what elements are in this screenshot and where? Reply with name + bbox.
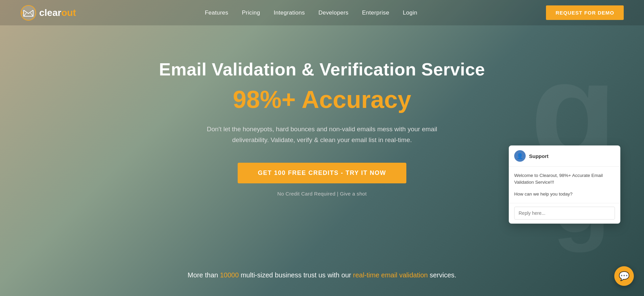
nav-item-login[interactable]: Login: [403, 9, 417, 16]
logo[interactable]: clearout: [20, 5, 76, 21]
logo-part2: out: [61, 7, 76, 18]
nav-item-pricing[interactable]: Pricing: [242, 9, 260, 16]
logo-part1: clear: [39, 7, 61, 18]
trust-prefix: More than: [188, 271, 220, 279]
avatar-icon: 👤: [517, 153, 523, 159]
nav-item-developers[interactable]: Developers: [318, 9, 349, 16]
trust-count: 10000: [220, 271, 239, 279]
trust-suffix: services.: [428, 271, 456, 279]
chat-bubble-button[interactable]: 💬: [614, 266, 634, 286]
chat-message-2: How can we help you today?: [514, 191, 615, 198]
hero-accuracy: 98%+ Accuracy: [233, 86, 411, 113]
cta-button[interactable]: GET 100 FREE CREDITS - TRY IT NOW: [238, 163, 407, 183]
chat-header: 👤 Support: [509, 145, 620, 167]
request-demo-button[interactable]: REQUEST FOR DEMO: [546, 5, 624, 20]
nav-item-features[interactable]: Features: [205, 9, 229, 16]
hero-title: Email Validation & Verification Service: [159, 59, 485, 79]
hero-description: Don't let the honeypots, hard bounces an…: [190, 124, 454, 145]
nav-link-enterprise[interactable]: Enterprise: [362, 9, 389, 16]
chat-popup: 👤 Support Welcome to Clearout, 98%+ Accu…: [509, 145, 620, 224]
trust-highlight: real-time email validation: [353, 271, 428, 279]
chat-reply-input[interactable]: [514, 207, 615, 220]
logo-text: clearout: [39, 7, 76, 18]
nav-link-features[interactable]: Features: [205, 9, 229, 16]
no-credit-text: No Credit Card Required | Give a shot: [277, 191, 366, 197]
nav-link-integrations[interactable]: Integrations: [273, 9, 305, 16]
nav-link-pricing[interactable]: Pricing: [242, 9, 260, 16]
chat-message-1: Welcome to Clearout, 98%+ Accurate Email…: [514, 172, 615, 186]
nav-link-login[interactable]: Login: [403, 9, 417, 16]
trust-line: More than 10000 multi-sized business tru…: [0, 271, 644, 279]
nav-item-enterprise[interactable]: Enterprise: [362, 9, 389, 16]
trust-middle: multi-sized business trust us with our: [239, 271, 353, 279]
support-avatar: 👤: [514, 150, 526, 162]
support-label: Support: [529, 153, 549, 159]
chat-body: Welcome to Clearout, 98%+ Accurate Email…: [509, 167, 620, 203]
nav-link-developers[interactable]: Developers: [318, 9, 349, 16]
chat-input-area[interactable]: [509, 203, 620, 224]
logo-icon: [20, 5, 37, 21]
chat-bubble-icon: 💬: [619, 271, 629, 281]
navbar: clearout Features Pricing Integrations D…: [0, 0, 644, 25]
nav-item-integrations[interactable]: Integrations: [273, 9, 305, 16]
nav-links: Features Pricing Integrations Developers…: [205, 9, 418, 16]
